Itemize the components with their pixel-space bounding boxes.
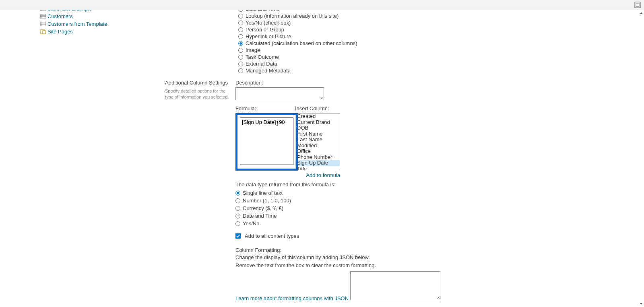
column-type-radio-10[interactable] bbox=[238, 68, 243, 73]
return-type-label: Yes/No bbox=[243, 220, 259, 227]
return-type-label: Single line of text bbox=[243, 190, 283, 196]
column-type-radio-9[interactable] bbox=[238, 62, 243, 66]
learn-more-json-link[interactable]: Learn more about formatting columns with… bbox=[235, 295, 349, 301]
column-formatting-desc1: Change the display of this column by add… bbox=[235, 254, 632, 261]
page-scrollbar[interactable] bbox=[638, 10, 644, 301]
insert-column-option[interactable]: Title bbox=[295, 166, 340, 171]
return-type-label: Currency ($, ¥, €) bbox=[243, 205, 283, 211]
insert-column-option[interactable]: Current Brand bbox=[295, 120, 340, 126]
return-type-radio-3[interactable] bbox=[235, 214, 240, 218]
insert-column-option[interactable]: DOB bbox=[295, 125, 340, 131]
column-formatting-heading: Column Formatting: bbox=[235, 247, 632, 253]
return-type-radio-4[interactable] bbox=[235, 221, 240, 226]
column-type-label: Calculated (calculation based on other c… bbox=[246, 40, 357, 46]
column-type-label: Hyperlink or Picture bbox=[246, 33, 291, 39]
return-type-label: The data type returned from this formula… bbox=[235, 181, 632, 187]
sidebar-item-2[interactable]: Customers from Template bbox=[40, 20, 165, 28]
return-type-radio-2[interactable] bbox=[235, 206, 240, 211]
additional-settings-heading: Additional Column Settings bbox=[165, 80, 231, 86]
formula-label: Formula: bbox=[235, 105, 295, 111]
sidebar-nav: Blank List ExampleCustomersCustomers fro… bbox=[0, 10, 165, 301]
return-type-label: Number (1, 1.0, 100) bbox=[243, 198, 291, 204]
column-type-label: Yes/No (check box) bbox=[246, 20, 291, 26]
add-to-formula-link[interactable]: Add to formula bbox=[235, 172, 340, 178]
column-type-label: Lookup (information already on this site… bbox=[246, 13, 339, 19]
page-icon bbox=[40, 29, 46, 34]
sidebar-item-3[interactable]: Site Pages bbox=[40, 28, 165, 35]
add-to-content-types-checkbox[interactable] bbox=[235, 233, 241, 239]
sidebar-link[interactable]: Customers from Template bbox=[47, 21, 107, 27]
insert-column-option[interactable]: Office bbox=[295, 148, 340, 155]
description-input[interactable] bbox=[235, 87, 324, 100]
insert-column-option[interactable]: Modified bbox=[295, 143, 340, 149]
sidebar-item-1[interactable]: Customers bbox=[40, 12, 165, 20]
svg-rect-1 bbox=[636, 3, 639, 6]
column-type-radio-4[interactable] bbox=[238, 27, 243, 32]
list-icon bbox=[40, 14, 46, 19]
additional-settings-desc: Specify detailed options for the type of… bbox=[165, 88, 231, 100]
insert-column-label: Insert Column: bbox=[295, 105, 340, 111]
add-to-content-types-label: Add to all content types bbox=[245, 233, 299, 239]
column-type-radio-8[interactable] bbox=[238, 55, 243, 60]
return-type-label: Date and Time bbox=[243, 213, 277, 219]
svg-rect-15 bbox=[43, 31, 45, 34]
sidebar-link[interactable]: Customers bbox=[47, 13, 73, 19]
description-label: Description: bbox=[235, 80, 632, 86]
formula-highlight-box: I bbox=[235, 113, 298, 171]
column-type-label: Task Outcome bbox=[246, 54, 279, 60]
column-type-radio-6[interactable] bbox=[238, 41, 243, 46]
column-type-radio-5[interactable] bbox=[238, 34, 243, 39]
column-type-radio-2[interactable] bbox=[238, 14, 243, 19]
column-type-label: Image bbox=[246, 47, 260, 53]
column-formatting-json-input[interactable] bbox=[350, 271, 440, 300]
return-type-radio-1[interactable] bbox=[235, 198, 240, 203]
insert-column-option[interactable]: First Name bbox=[295, 131, 340, 137]
insert-column-option[interactable]: Phone Number bbox=[295, 155, 340, 161]
formula-input[interactable] bbox=[240, 117, 293, 165]
list-icon bbox=[40, 22, 46, 27]
focus-mode-icon[interactable] bbox=[634, 2, 641, 8]
insert-column-option[interactable]: Sign Up Date bbox=[295, 160, 340, 166]
sidebar-link[interactable]: Site Pages bbox=[47, 29, 73, 35]
scroll-up-button[interactable] bbox=[638, 10, 644, 16]
column-type-label: Managed Metadata bbox=[246, 68, 291, 74]
scroll-down-button[interactable] bbox=[638, 301, 644, 301]
column-type-radio-3[interactable] bbox=[238, 21, 243, 25]
svg-rect-0 bbox=[635, 2, 640, 8]
insert-column-option[interactable]: Last Name bbox=[295, 137, 340, 143]
insert-column-option[interactable]: Created bbox=[295, 113, 340, 120]
insert-column-listbox[interactable]: CreatedCurrent BrandDOBFirst NameLast Na… bbox=[295, 113, 340, 170]
top-bar bbox=[0, 0, 644, 10]
column-type-label: Person or Group bbox=[246, 27, 284, 33]
column-type-radio-7[interactable] bbox=[238, 48, 243, 53]
column-type-label: External Data bbox=[246, 61, 277, 67]
column-formatting-desc2: Remove the text from the box to clear th… bbox=[235, 262, 632, 269]
return-type-radio-0[interactable] bbox=[235, 191, 240, 196]
